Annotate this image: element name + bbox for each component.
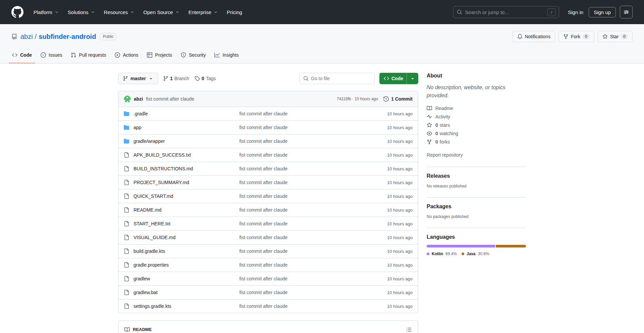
table-row: APK_BUILD_SUCCESS.txt fist commit after …: [118, 148, 418, 162]
file-commit-message[interactable]: fist commit after claude: [239, 303, 287, 309]
file-commit-message[interactable]: fist commit after claude: [239, 235, 287, 240]
commit-hash-time[interactable]: 74118fb · 10 hours ago: [337, 97, 378, 101]
languages-section: Languages Kotlin 69.4% Java 30.6%: [427, 234, 526, 265]
identicon: [124, 96, 131, 103]
file-name[interactable]: .gradle: [133, 111, 148, 116]
watching-link[interactable]: 0 watching: [427, 131, 526, 136]
tab-actions[interactable]: Actions: [111, 47, 142, 63]
file-name[interactable]: README.md: [133, 207, 161, 213]
file-icon: [124, 235, 129, 240]
stars-link[interactable]: 0 stars: [427, 122, 526, 128]
activity-link[interactable]: Activity: [427, 114, 526, 119]
file-commit-message[interactable]: fist commit after claude: [239, 125, 287, 130]
file-updated-time: 10 hours ago: [372, 290, 413, 295]
branches-link[interactable]: 1 Branch: [163, 76, 189, 81]
repo-owner-link[interactable]: abzi: [20, 33, 33, 41]
file-commit-message[interactable]: fist commit after claude: [239, 207, 287, 213]
file-commit-message[interactable]: fist commit after claude: [239, 193, 287, 199]
repo-separator: /: [35, 33, 37, 41]
file-name[interactable]: gradlew: [133, 276, 150, 281]
file-commit-message[interactable]: fist commit after claude: [239, 248, 287, 254]
file-commit-message[interactable]: fist commit after claude: [239, 138, 287, 144]
fork-button[interactable]: Fork 0: [558, 31, 594, 42]
file-updated-time: 10 hours ago: [372, 221, 413, 226]
file-commit-message[interactable]: fist commit after claude: [239, 290, 287, 295]
report-repository-link[interactable]: Report repository: [427, 152, 463, 158]
file-name[interactable]: gradlew.bat: [133, 290, 158, 295]
file-updated-time: 10 hours ago: [372, 139, 413, 144]
file-name[interactable]: settings.gradle.kts: [133, 303, 171, 309]
file-icon: [124, 262, 129, 268]
tab-code[interactable]: Code: [9, 47, 35, 63]
file-name[interactable]: BUILD_INSTRUCTIONS.md: [133, 166, 193, 171]
code-download-button[interactable]: Code: [379, 73, 418, 84]
tab-pull-requests[interactable]: Pull requests: [67, 47, 109, 63]
sign-in-link[interactable]: Sign in: [565, 7, 586, 17]
file-name[interactable]: APK_BUILD_SUCCESS.txt: [133, 152, 191, 158]
tab-issues[interactable]: Issues: [37, 47, 65, 63]
command-palette-button[interactable]: [620, 6, 633, 18]
table-row: BUILD_INSTRUCTIONS.md fist commit after …: [118, 162, 418, 175]
play-icon: [115, 52, 120, 58]
nav-platform[interactable]: Platform: [30, 7, 62, 18]
readme-tab[interactable]: README: [118, 321, 158, 333]
folder-icon: [124, 138, 129, 144]
search-input[interactable]: Search or jump to... /: [453, 6, 559, 18]
file-commit-message[interactable]: fist commit after claude: [239, 221, 287, 226]
language-java[interactable]: Java 30.6%: [462, 252, 489, 256]
table-row: START_HERE.txt fist commit after claude …: [118, 217, 418, 230]
sign-up-button[interactable]: Sign up: [589, 7, 616, 17]
file-name[interactable]: build.gradle.kts: [133, 248, 165, 254]
nav-open-source[interactable]: Open Source: [140, 7, 183, 18]
tab-projects[interactable]: Projects: [144, 47, 175, 63]
github-logo[interactable]: [11, 6, 23, 18]
tab-insights[interactable]: Insights: [211, 47, 242, 63]
commit-message-link[interactable]: fist commit after claude: [146, 96, 337, 102]
chevron-down-icon: [130, 10, 135, 14]
file-commit-message[interactable]: fist commit after claude: [239, 111, 287, 116]
releases-empty: No releases published: [427, 184, 526, 188]
header-right: Search or jump to... / Sign in Sign up: [453, 6, 633, 18]
file-name[interactable]: app: [133, 125, 141, 130]
file-commit-message[interactable]: fist commit after claude: [239, 152, 287, 158]
commit-history-link[interactable]: 1 Commit: [383, 96, 413, 102]
file-commit-message[interactable]: fist commit after claude: [239, 276, 287, 281]
branch-selector[interactable]: master: [118, 73, 158, 84]
repo-pagehead: abzi / subfinder-android Public Notifica…: [0, 24, 644, 63]
repo-name-link[interactable]: subfinder-android: [39, 33, 96, 41]
file-name[interactable]: gradle/wrapper: [133, 138, 165, 144]
file-icon: [124, 152, 129, 158]
file-commit-message[interactable]: fist commit after claude: [239, 180, 287, 185]
packages-section: Packages No packages published: [427, 204, 526, 228]
tags-link[interactable]: 0 Tags: [195, 76, 216, 81]
nav-pricing[interactable]: Pricing: [223, 7, 246, 18]
outline-button[interactable]: [403, 324, 415, 333]
file-name[interactable]: gradle.properties: [133, 262, 169, 268]
eye-icon: [427, 131, 432, 136]
language-bar-java: [496, 245, 526, 247]
file-name[interactable]: START_HERE.txt: [133, 221, 170, 226]
nav-solutions[interactable]: Solutions: [64, 7, 99, 18]
tag-icon: [195, 76, 200, 81]
nav-enterprise[interactable]: Enterprise: [185, 7, 221, 18]
avatar[interactable]: [124, 96, 131, 103]
latest-commit-row: abzi fist commit after claude 74118fb · …: [118, 91, 418, 107]
file-updated-time: 10 hours ago: [372, 208, 413, 213]
file-name[interactable]: VISUAL_GUIDE.md: [133, 235, 175, 240]
commit-author-link[interactable]: abzi: [134, 96, 143, 102]
forks-link[interactable]: 0 forks: [427, 139, 526, 145]
readme-link[interactable]: Readme: [427, 106, 526, 111]
file-commit-message[interactable]: fist commit after claude: [239, 166, 287, 171]
tab-security[interactable]: Security: [177, 47, 209, 63]
table-icon: [147, 52, 152, 58]
notifications-button[interactable]: Notifications: [513, 31, 555, 42]
star-button[interactable]: Star 0: [598, 31, 633, 42]
file-name[interactable]: QUICK_START.md: [133, 193, 173, 199]
git-branch-icon: [163, 76, 168, 81]
file-name[interactable]: PROJECT_SUMMARY.md: [133, 180, 189, 185]
file-commit-message[interactable]: fist commit after claude: [239, 262, 287, 268]
language-kotlin[interactable]: Kotlin 69.4%: [427, 252, 457, 256]
nav-resources[interactable]: Resources: [101, 7, 138, 18]
primary-nav: Platform Solutions Resources Open Source…: [30, 7, 246, 18]
go-to-file-input[interactable]: Go to file: [300, 73, 375, 84]
